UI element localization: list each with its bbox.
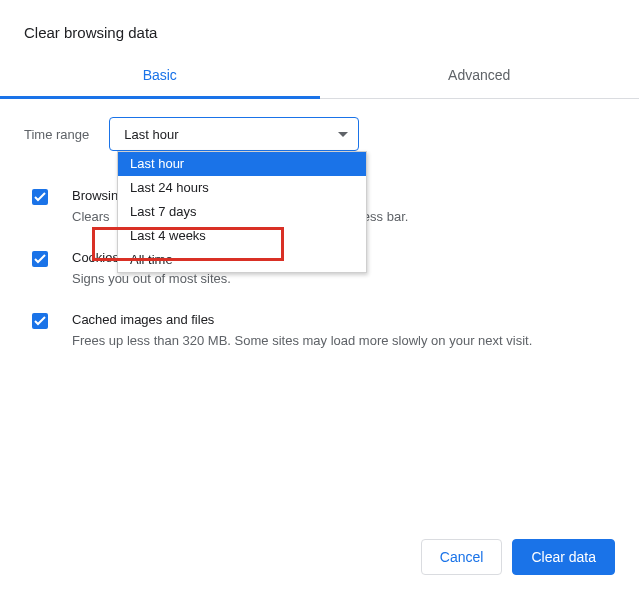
cancel-button[interactable]: Cancel: [421, 539, 503, 575]
option-last-hour[interactable]: Last hour: [118, 152, 366, 176]
option-last-4-weeks[interactable]: Last 4 weeks: [118, 224, 366, 248]
check-icon: [34, 254, 46, 264]
checkbox-cookies[interactable]: [32, 251, 48, 267]
time-range-label: Time range: [24, 127, 89, 142]
row-cache: Cached images and files Frees up less th…: [24, 311, 615, 351]
option-all-time[interactable]: All time: [118, 248, 366, 272]
check-icon: [34, 316, 46, 326]
chevron-down-icon: [338, 132, 348, 137]
option-last-24-hours[interactable]: Last 24 hours: [118, 176, 366, 200]
check-icon: [34, 192, 46, 202]
dialog-footer: Cancel Clear data: [421, 539, 615, 575]
checkbox-browsing-history[interactable]: [32, 189, 48, 205]
time-range-row: Time range Last hour Last hour Last 24 h…: [24, 117, 615, 151]
checkbox-cache[interactable]: [32, 313, 48, 329]
time-range-select[interactable]: Last hour: [109, 117, 359, 151]
tab-basic[interactable]: Basic: [0, 55, 320, 99]
option-last-7-days[interactable]: Last 7 days: [118, 200, 366, 224]
time-range-dropdown: Last hour Last 24 hours Last 7 days Last…: [117, 151, 367, 273]
tabs: Basic Advanced: [0, 55, 639, 99]
dialog-content: Time range Last hour Last hour Last 24 h…: [0, 99, 639, 351]
time-range-value: Last hour: [124, 127, 178, 142]
clear-browsing-data-dialog: Clear browsing data Basic Advanced Time …: [0, 0, 639, 593]
tab-advanced[interactable]: Advanced: [320, 55, 640, 98]
dialog-title: Clear browsing data: [0, 0, 639, 51]
cache-title: Cached images and files: [72, 311, 615, 329]
clear-data-button[interactable]: Clear data: [512, 539, 615, 575]
cache-text: Cached images and files Frees up less th…: [72, 311, 615, 351]
cache-desc: Frees up less than 320 MB. Some sites ma…: [72, 331, 615, 351]
